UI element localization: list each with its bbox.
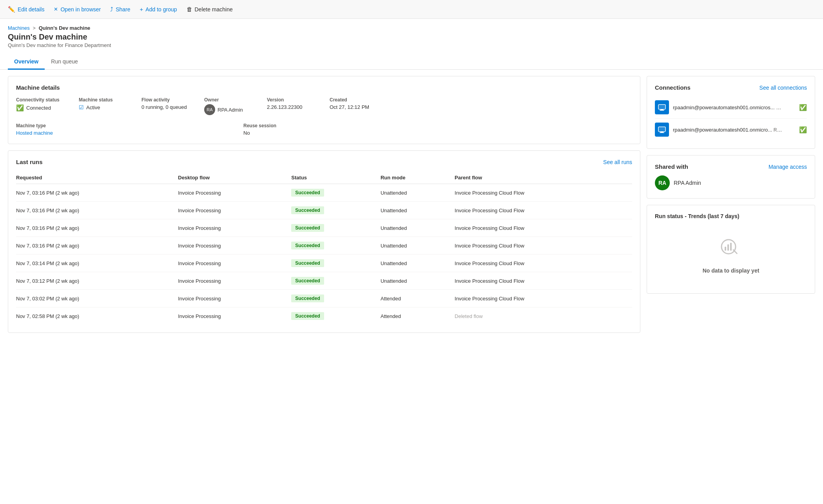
cell-run-mode: Unattended	[381, 237, 455, 255]
delete-machine-button[interactable]: 🗑 Delete machine	[187, 6, 233, 13]
table-row: Nov 7, 02:58 PM (2 wk ago) Invoice Proce…	[16, 307, 632, 325]
left-panel: Machine details Connectivity status ✅ Co…	[8, 76, 640, 333]
cell-parent-flow: Invoice Processing Cloud Flow	[455, 290, 632, 307]
see-all-connections-link[interactable]: See all connections	[760, 85, 807, 91]
connection-status-ok-icon: ✅	[799, 104, 807, 111]
cell-status: Succeeded	[291, 290, 381, 307]
add-to-group-button[interactable]: + Add to group	[140, 6, 177, 13]
version-label: Version	[267, 97, 314, 103]
machine-type-item: Machine type Hosted machine	[16, 123, 63, 136]
connection-name: rpaadmin@powerautomatesh001.onmicros... …	[673, 105, 783, 110]
svg-rect-1	[660, 109, 663, 110]
table-row: Nov 7, 03:14 PM (2 wk ago) Invoice Proce…	[16, 255, 632, 272]
version-item: Version 2.26.123.22300	[267, 97, 314, 115]
connections-title: Connections	[655, 84, 691, 91]
toolbar: ✏️ Edit details ✕ Open in browser ⤴ Shar…	[0, 0, 823, 19]
tab-overview[interactable]: Overview	[8, 54, 45, 70]
connection-icon	[655, 123, 669, 137]
manage-access-link[interactable]: Manage access	[769, 164, 807, 170]
table-row: Nov 7, 03:12 PM (2 wk ago) Invoice Proce…	[16, 272, 632, 290]
share-button[interactable]: ⤴ Share	[110, 6, 130, 13]
version-value: 2.26.123.22300	[267, 104, 314, 110]
owner-value: RA RPA Admin	[204, 104, 251, 115]
svg-rect-12	[727, 244, 729, 251]
connections-header: Connections See all connections	[655, 84, 807, 91]
svg-rect-3	[659, 105, 665, 108]
cell-flow: Invoice Processing	[178, 290, 291, 307]
col-desktop-flow: Desktop flow	[178, 172, 291, 184]
cell-parent-flow: Invoice Processing Cloud Flow	[455, 202, 632, 219]
connection-info: rpaadmin@powerautomatesh001.onmicro... R…	[673, 127, 795, 133]
status-badge: Succeeded	[291, 224, 324, 232]
cell-parent-flow: Invoice Processing Cloud Flow	[455, 255, 632, 272]
breadcrumb-separator: >	[33, 25, 36, 31]
cell-flow: Invoice Processing	[178, 237, 291, 255]
cell-status: Succeeded	[291, 237, 381, 255]
add-icon: +	[140, 6, 143, 13]
svg-rect-6	[660, 132, 664, 133]
user-name: RPA Admin	[674, 180, 701, 186]
cell-status: Succeeded	[291, 184, 381, 202]
connection-name: rpaadmin@powerautomatesh001.onmicro... R…	[673, 127, 783, 133]
see-all-runs-link[interactable]: See all runs	[603, 159, 632, 165]
reuse-session-value: No	[243, 130, 290, 136]
table-row: Nov 7, 03:16 PM (2 wk ago) Invoice Proce…	[16, 184, 632, 202]
cell-requested: Nov 7, 03:16 PM (2 wk ago)	[16, 184, 178, 202]
right-panel: Connections See all connections rpaadmin…	[647, 76, 815, 333]
status-badge: Succeeded	[291, 277, 324, 285]
open-browser-icon: ✕	[54, 6, 58, 12]
cell-parent-flow: Invoice Processing Cloud Flow	[455, 219, 632, 237]
status-badge: Succeeded	[291, 206, 324, 214]
details-grid-row1: Connectivity status ✅ Connected Machine …	[16, 97, 632, 115]
edit-icon: ✏️	[8, 6, 15, 13]
machine-type-label: Machine type	[16, 123, 63, 128]
machine-status-item: Machine status ☑ Active	[79, 97, 126, 115]
cell-parent-flow: Invoice Processing Cloud Flow	[455, 184, 632, 202]
run-trends-title: Run status - Trends (last 7 days)	[655, 213, 807, 219]
cell-run-mode: Unattended	[381, 202, 455, 219]
reuse-session-item: Reuse session No	[243, 123, 290, 136]
svg-rect-7	[659, 127, 665, 131]
edit-details-button[interactable]: ✏️ Edit details	[8, 6, 44, 13]
table-row: Nov 7, 03:16 PM (2 wk ago) Invoice Proce…	[16, 219, 632, 237]
connection-status-ok-icon: ✅	[799, 126, 807, 134]
flow-activity-value: 0 running, 0 queued	[141, 104, 189, 110]
machine-details-card: Machine details Connectivity status ✅ Co…	[8, 76, 640, 144]
open-browser-button[interactable]: ✕ Open in browser	[54, 6, 101, 13]
cell-status: Succeeded	[291, 255, 381, 272]
details-grid-row2: Machine type Hosted machine Reuse sessio…	[16, 123, 632, 136]
last-runs-header: Last runs See all runs	[16, 159, 632, 165]
connections-card: Connections See all connections rpaadmin…	[647, 76, 815, 149]
svg-rect-5	[660, 132, 663, 132]
tab-run-queue[interactable]: Run queue	[45, 54, 84, 70]
created-label: Created	[330, 97, 377, 103]
share-icon: ⤴	[110, 6, 113, 13]
active-icon: ☑	[79, 104, 84, 110]
cell-status: Succeeded	[291, 272, 381, 290]
delete-icon: 🗑	[187, 6, 192, 13]
cell-status: Succeeded	[291, 307, 381, 325]
runs-table: Requested Desktop flow Status Run mode P…	[16, 172, 632, 325]
cell-flow: Invoice Processing	[178, 272, 291, 290]
connection-item: rpaadmin@powerautomatesh001.onmicro... R…	[655, 119, 807, 141]
cell-flow: Invoice Processing	[178, 202, 291, 219]
machine-status-label: Machine status	[79, 97, 126, 103]
cell-parent-flow: Deleted flow	[455, 307, 632, 325]
run-trends-card: Run status - Trends (last 7 days) No dat…	[647, 205, 815, 294]
connection-badge: RP...	[776, 105, 783, 110]
cell-run-mode: Unattended	[381, 219, 455, 237]
cell-flow: Invoice Processing	[178, 255, 291, 272]
svg-rect-2	[660, 110, 664, 111]
table-row: Nov 7, 03:16 PM (2 wk ago) Invoice Proce…	[16, 202, 632, 219]
machine-details-title: Machine details	[16, 84, 632, 91]
status-badge: Succeeded	[291, 242, 324, 249]
breadcrumb-parent[interactable]: Machines	[8, 25, 30, 31]
col-status: Status	[291, 172, 381, 184]
connection-icon	[655, 100, 669, 114]
no-data-area: No data to display yet	[655, 224, 807, 285]
reuse-session-label: Reuse session	[243, 123, 290, 128]
cell-parent-flow: Invoice Processing Cloud Flow	[455, 237, 632, 255]
last-runs-card: Last runs See all runs Requested Desktop…	[8, 150, 640, 333]
no-data-text: No data to display yet	[703, 267, 760, 274]
status-badge: Succeeded	[291, 189, 324, 197]
